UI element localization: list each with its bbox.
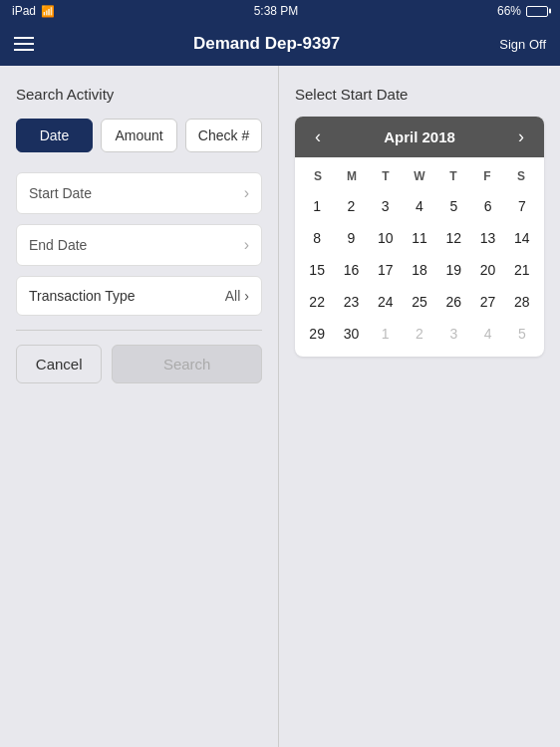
day-header-sun: S: [301, 165, 335, 187]
calendar-day: 3: [437, 319, 469, 349]
status-time: 5:38 PM: [254, 4, 299, 18]
calendar-day[interactable]: 4: [404, 191, 435, 221]
action-buttons: Cancel Search: [16, 345, 262, 383]
right-panel: Select Start Date ‹ April 2018 › S M T W…: [279, 66, 560, 747]
separator: [16, 330, 262, 331]
calendar-day[interactable]: 2: [335, 191, 367, 221]
calendar-day[interactable]: 26: [437, 287, 469, 317]
header: Demand Dep-9397 Sign Off: [0, 22, 560, 66]
calendar-day[interactable]: 15: [301, 255, 333, 285]
calendar-day[interactable]: 18: [404, 255, 435, 285]
calendar-day[interactable]: 30: [335, 319, 367, 349]
tab-check[interactable]: Check #: [185, 119, 262, 152]
calendar-header: ‹ April 2018 ›: [295, 117, 544, 157]
calendar-day[interactable]: 17: [370, 255, 402, 285]
day-header-mon: M: [335, 165, 369, 187]
calendar-day[interactable]: 13: [471, 223, 503, 253]
calendar-day[interactable]: 21: [506, 255, 538, 285]
calendar-day[interactable]: 3: [370, 191, 402, 221]
tab-date[interactable]: Date: [16, 119, 93, 152]
calendar: ‹ April 2018 › S M T W T F S 123456789: [295, 117, 544, 357]
calendar-day[interactable]: 1: [301, 191, 333, 221]
calendar-day[interactable]: 25: [404, 287, 435, 317]
calendar-day[interactable]: 8: [301, 223, 333, 253]
calendar-day[interactable]: 5: [437, 191, 469, 221]
day-header-sat: S: [504, 165, 538, 187]
calendar-day[interactable]: 10: [370, 223, 402, 253]
calendar-day: 4: [471, 319, 503, 349]
calendar-next-button[interactable]: ›: [512, 126, 530, 147]
calendar-month-label: April 2018: [384, 128, 455, 145]
day-header-wed: W: [403, 165, 436, 187]
end-date-chevron-icon: ›: [244, 236, 249, 254]
calendar-prev-button[interactable]: ‹: [309, 126, 327, 147]
calendar-day[interactable]: 28: [506, 287, 538, 317]
left-panel: Search Activity Date Amount Check # Star…: [0, 66, 279, 747]
calendar-day[interactable]: 14: [506, 223, 538, 253]
sign-off-button[interactable]: Sign Off: [499, 37, 546, 52]
calendar-panel-title: Select Start Date: [295, 86, 544, 103]
end-date-label: End Date: [29, 237, 87, 253]
search-button[interactable]: Search: [112, 345, 262, 383]
transaction-type-field[interactable]: Transaction Type All ›: [16, 276, 262, 316]
calendar-grid: S M T W T F S 12345678910111213141516171…: [295, 157, 544, 357]
day-header-fri: F: [470, 165, 504, 187]
left-panel-title: Search Activity: [16, 86, 262, 103]
calendar-day[interactable]: 19: [437, 255, 469, 285]
tab-amount[interactable]: Amount: [101, 119, 177, 152]
wifi-icon: 📶: [41, 5, 55, 18]
calendar-day: 1: [370, 319, 402, 349]
main-content: Search Activity Date Amount Check # Star…: [0, 66, 560, 747]
calendar-day[interactable]: 29: [301, 319, 333, 349]
calendar-day[interactable]: 9: [335, 223, 367, 253]
calendar-day[interactable]: 16: [335, 255, 367, 285]
cancel-button[interactable]: Cancel: [16, 345, 102, 383]
calendar-day[interactable]: 27: [471, 287, 503, 317]
day-headers: S M T W T F S: [301, 165, 538, 187]
day-header-thu: T: [436, 165, 470, 187]
calendar-day[interactable]: 23: [335, 287, 367, 317]
calendar-day[interactable]: 6: [471, 191, 503, 221]
calendar-day[interactable]: 24: [370, 287, 402, 317]
days-grid: 1234567891011121314151617181920212223242…: [301, 191, 538, 349]
calendar-day[interactable]: 22: [301, 287, 333, 317]
battery-percent: 66%: [497, 4, 521, 18]
transaction-type-value: All ›: [225, 288, 249, 304]
end-date-field[interactable]: End Date ›: [16, 224, 262, 266]
calendar-day[interactable]: 20: [471, 255, 503, 285]
calendar-day[interactable]: 11: [404, 223, 435, 253]
menu-icon[interactable]: [14, 37, 34, 51]
status-right: 66%: [497, 4, 548, 18]
calendar-day: 5: [506, 319, 538, 349]
status-left: iPad 📶: [12, 4, 55, 18]
calendar-day[interactable]: 7: [506, 191, 538, 221]
page-title: Demand Dep-9397: [34, 34, 499, 54]
start-date-label: Start Date: [29, 185, 92, 201]
day-header-tue: T: [369, 165, 403, 187]
status-bar: iPad 📶 5:38 PM 66%: [0, 0, 560, 22]
filter-tabs: Date Amount Check #: [16, 119, 262, 152]
transaction-type-chevron-icon: ›: [244, 288, 249, 304]
device-label: iPad: [12, 4, 36, 18]
calendar-day[interactable]: 12: [437, 223, 469, 253]
battery-icon: [526, 6, 548, 17]
start-date-field[interactable]: Start Date ›: [16, 172, 262, 214]
calendar-day: 2: [404, 319, 435, 349]
start-date-chevron-icon: ›: [244, 184, 249, 202]
transaction-type-label: Transaction Type: [29, 288, 136, 304]
